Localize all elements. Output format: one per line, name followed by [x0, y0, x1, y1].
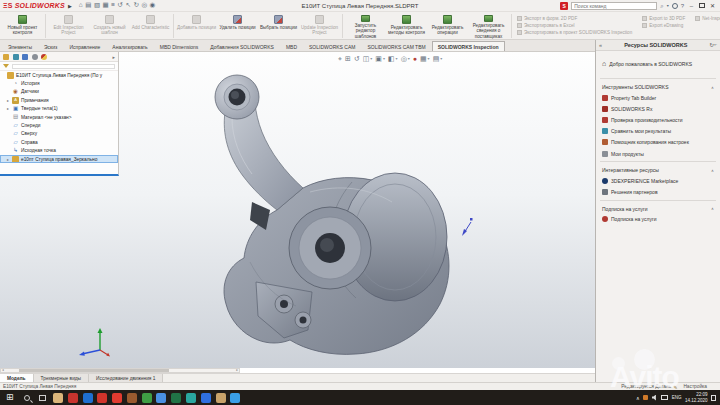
tree-item[interactable]: ▸▣Твердые тела(1): [0, 105, 118, 113]
taskbar-app-icon[interactable]: [216, 393, 226, 403]
search-magnifier-icon[interactable]: ⌕: [660, 3, 663, 9]
task-pane-link[interactable]: Проверка производительности: [596, 114, 720, 125]
help-icon[interactable]: ?: [681, 3, 684, 9]
section-header-2[interactable]: Интерактивные ресурсы∧: [596, 164, 720, 175]
task-pane-link[interactable]: Сравнить мои результаты: [596, 126, 720, 137]
tray-keyboard-icon[interactable]: [661, 395, 668, 400]
scroll-right-arrow-icon[interactable]: ▸: [236, 368, 238, 372]
ribbon-button-12[interactable]: Редактировать сведения о поставщиках: [468, 13, 509, 39]
taskbar-app-icon[interactable]: [186, 393, 196, 403]
scroll-left-arrow-icon[interactable]: ◂: [2, 368, 4, 372]
section-header-1[interactable]: Инструменты SOLIDWORKS∧: [596, 81, 720, 92]
tab-анализировать[interactable]: Анализировать: [106, 41, 153, 51]
hide-show-icon[interactable]: ◉: [150, 2, 156, 9]
restore-button[interactable]: [699, 3, 705, 8]
task-pane-link[interactable]: 3DEXPERIENCE Marketplace: [596, 175, 720, 186]
status-customize[interactable]: Настройка: [683, 384, 707, 389]
command-search-input[interactable]: [571, 2, 657, 10]
undo-icon[interactable]: ↺: [118, 2, 123, 9]
chevron-up-icon[interactable]: ∧: [711, 85, 714, 90]
task-pane-link[interactable]: SOLIDWORKS Rx: [596, 103, 720, 114]
tray-chevron-icon[interactable]: ∧: [636, 395, 640, 401]
notification-center-icon[interactable]: [711, 395, 716, 401]
taskbar-app-icon[interactable]: [142, 393, 152, 403]
tray-volume-icon[interactable]: [652, 395, 658, 401]
feature-tree-tab-icon[interactable]: [3, 54, 9, 60]
taskbar-app-icon[interactable]: [201, 393, 211, 403]
taskbar-app-icon[interactable]: [53, 393, 63, 403]
chevron-up-icon[interactable]: ∧: [711, 168, 714, 173]
tab-добавления-solidworks[interactable]: Добавления SOLIDWORKS: [204, 41, 280, 51]
tab-mbd-dimensions[interactable]: MBD Dimensions: [154, 41, 205, 51]
taskbar-app-icon[interactable]: [97, 393, 107, 403]
ribbon-button-1[interactable]: Новый проект контроля: [2, 13, 43, 39]
taskbar-search-icon[interactable]: [24, 395, 30, 401]
welcome-link[interactable]: ⌂ Добро пожаловать в SOLIDWORKS: [596, 51, 720, 76]
tab-solidworks-inspection[interactable]: SOLIDWORKS Inspection: [432, 41, 505, 51]
minimize-button[interactable]: –: [687, 3, 696, 9]
tree-item[interactable]: ▱Сверху: [0, 130, 118, 138]
tree-item[interactable]: ▸AПримечания: [0, 96, 118, 104]
task-pane-link[interactable]: Property Tab Builder: [596, 92, 720, 103]
model-tab-трехмерные-виды[interactable]: Трехмерные виды: [34, 374, 90, 382]
menu-expand-arrow[interactable]: ▶: [68, 3, 72, 9]
tray-language[interactable]: ENG: [672, 395, 682, 400]
task-view-icon[interactable]: [39, 395, 46, 401]
taskbar-app-icon[interactable]: [68, 393, 78, 403]
ribbon-button-11[interactable]: Редактировать операции: [427, 13, 468, 39]
taskbar-app-icon[interactable]: [230, 393, 240, 403]
tree-item[interactable]: ▱Спереди: [0, 121, 118, 129]
tree-root-item[interactable]: E10ИТ Ступица Левая Передняя (По у: [0, 71, 118, 79]
tree-item[interactable]: ▱Справа: [0, 138, 118, 146]
login-icon[interactable]: [672, 3, 678, 9]
task-pane-link[interactable]: Подписка на услуги: [596, 214, 720, 225]
home-icon[interactable]: ⌂: [79, 2, 83, 9]
task-pane-link[interactable]: Решения партнеров: [596, 186, 720, 197]
new-document-icon[interactable]: ▤: [85, 2, 91, 9]
chevron-up-icon[interactable]: ∧: [711, 206, 714, 211]
tab-mbd[interactable]: MBD: [280, 41, 303, 51]
appearances-tab-icon[interactable]: [41, 54, 47, 60]
tree-item[interactable]: ◉Датчики: [0, 88, 118, 96]
tree-filter-input[interactable]: [12, 64, 115, 69]
search-dropdown-icon[interactable]: ▾: [667, 4, 669, 8]
tray-clock[interactable]: 22:09 14.12.2020: [685, 392, 708, 403]
select-icon[interactable]: ↖: [125, 2, 130, 9]
scrollbar-thumb[interactable]: [19, 369, 169, 372]
model-tab-исследование-движения-1[interactable]: Исследование движения 1: [89, 374, 163, 382]
tree-item[interactable]: ◔История: [0, 79, 118, 87]
tab-элементы[interactable]: Элементы: [2, 41, 38, 51]
annotation-arrow[interactable]: [462, 218, 473, 236]
close-button[interactable]: ✕: [708, 3, 717, 9]
start-button[interactable]: ⊞: [0, 393, 20, 402]
pane-flyout-arrow-icon[interactable]: ▸: [112, 54, 115, 60]
model-tab-модель[interactable]: Модель: [0, 374, 34, 382]
taskbar-app-icon[interactable]: [112, 393, 122, 403]
tab-solidworks-cam[interactable]: SOLIDWORKS CAM: [303, 41, 361, 51]
tree-item[interactable]: ▤Материал <не указан>: [0, 113, 118, 121]
ribbon-button-7[interactable]: Выбрать позиции: [258, 13, 299, 39]
tab-исправление[interactable]: Исправление: [63, 41, 106, 51]
rebuild-icon[interactable]: ↻: [133, 2, 138, 9]
tree-item[interactable]: ▸e10пт Ступица правая_Зеркально: [0, 155, 118, 163]
tab-эскиз[interactable]: Эскиз: [38, 41, 63, 51]
taskbar-app-icon[interactable]: [171, 393, 181, 403]
task-pane-link[interactable]: Мои продукты: [596, 148, 720, 159]
taskbar-app-icon[interactable]: [127, 393, 137, 403]
open-icon[interactable]: ▧: [94, 2, 100, 9]
task-pane-link[interactable]: Помощник копирования настроек: [596, 137, 720, 148]
tree-item[interactable]: ↳Исходная точка: [0, 147, 118, 155]
dimxpert-tab-icon[interactable]: [32, 54, 38, 60]
print-icon[interactable]: ≡: [111, 2, 115, 9]
ribbon-button-9[interactable]: Запустить редактор шаблонов: [345, 13, 386, 39]
filter-funnel-icon[interactable]: [3, 64, 9, 68]
section-header-3[interactable]: Подписка на услуги∧: [596, 203, 720, 214]
ribbon-button-6[interactable]: Удалить позиции: [217, 13, 258, 39]
taskbar-app-icon[interactable]: [156, 393, 166, 403]
save-icon[interactable]: ▦: [103, 2, 109, 9]
pin-icon[interactable]: ⊦: [713, 44, 719, 47]
tray-shield-icon[interactable]: [643, 395, 648, 400]
options-icon[interactable]: ◎: [141, 2, 147, 9]
property-manager-tab-icon[interactable]: [13, 54, 19, 60]
tab-solidworks-cam-tbm[interactable]: SOLIDWORKS CAM TBM: [361, 41, 431, 51]
